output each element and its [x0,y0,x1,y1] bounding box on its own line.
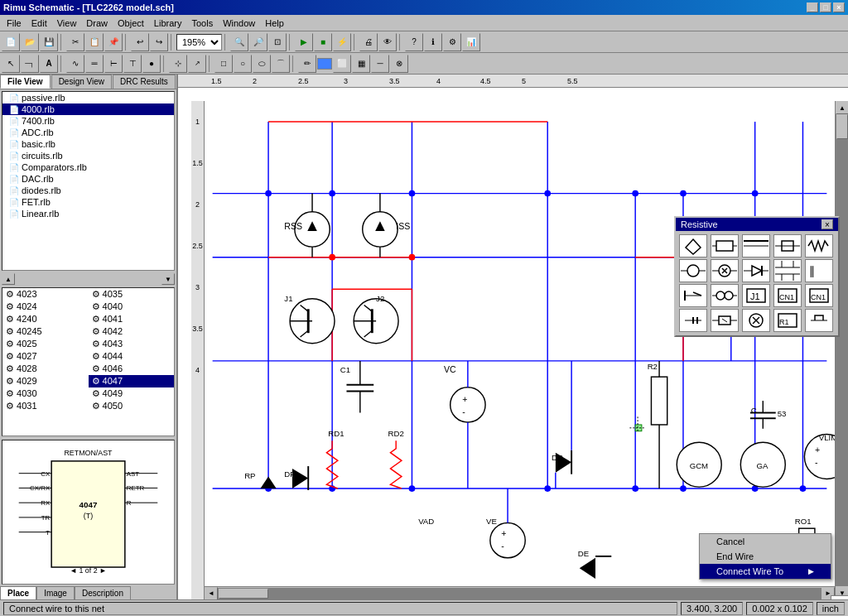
maximize-button[interactable]: □ [820,2,831,12]
palette-item-10[interactable]: ∥ [805,259,833,282]
scroll-up-button[interactable]: ▲ [836,101,848,114]
draw-btn1[interactable]: ⊹ [169,55,187,73]
line-button[interactable]: ─ [371,55,389,73]
menu-tools[interactable]: Tools [186,17,218,30]
comp-40245[interactable]: ⚙ 40245 [2,325,89,338]
component-button[interactable]: ⚡ [333,33,351,51]
comp-4050[interactable]: ⚙ 4050 [89,400,175,412]
comp-4028[interactable]: ⚙ 4028 [2,363,89,375]
circle-button[interactable]: ○ [234,55,252,73]
scroll-left-button[interactable]: ◄ [205,587,218,600]
ctx-cancel[interactable]: Cancel [700,534,831,549]
palette-item-16[interactable] [679,309,707,332]
redo-button[interactable]: ↪ [150,33,168,51]
ellipse-button[interactable]: ⬭ [253,55,271,73]
palette-item-14[interactable]: CN1 [773,284,802,307]
menu-library[interactable]: Library [149,17,187,30]
arc-button[interactable]: ⌒ [272,55,290,73]
wave-button[interactable]: ∿ [66,55,84,73]
palette-item-13[interactable]: J1 [742,284,770,307]
pencil-button[interactable]: ✏ [298,55,316,73]
zoom-fit-button[interactable]: ⊡ [268,33,287,51]
scroll-h-track[interactable] [218,588,822,599]
tree-up-button[interactable]: ▲ [2,273,15,285]
comp-4040[interactable]: ⚙ 4040 [89,301,175,313]
tree-down-button[interactable]: ▼ [161,273,175,285]
tree-circuits[interactable]: 📄 circuits.rlb [2,150,174,161]
ctx-connect-wire[interactable]: Connect Wire To ▶ Net... GND AGND +5v +1… [700,564,831,579]
stop-button[interactable]: ■ [314,33,332,51]
help-button[interactable]: ? [405,33,423,51]
tab-place[interactable]: Place [0,586,36,599]
comp-4024[interactable]: ⚙ 4024 [2,301,89,313]
tree-7400[interactable]: 📄 7400.rlb [2,115,174,127]
print-prev-button[interactable]: 👁 [378,33,397,51]
select-button[interactable]: ↖ [2,55,20,73]
comp-4029[interactable]: ⚙ 4029 [2,375,89,387]
comp-4025[interactable]: ⚙ 4025 [2,338,89,350]
info-button[interactable]: ℹ [424,33,442,51]
draw-btn2[interactable]: ↗ [188,55,206,73]
ctx-sub-net[interactable]: Net... [831,596,848,599]
palette-item-12[interactable] [711,284,739,307]
cut-button[interactable]: ✂ [66,33,84,51]
rect-button[interactable]: □ [214,55,233,73]
menu-draw[interactable]: Draw [81,17,113,30]
palette-item-4[interactable] [773,234,802,257]
palette-item-17[interactable] [711,309,739,332]
comp-4240[interactable]: ⚙ 4240 [2,313,89,325]
tree-comparators[interactable]: 📄 Comparators.rlb [2,161,174,173]
scroll-v-thumb[interactable] [836,114,848,139]
minimize-button[interactable]: _ [807,2,818,12]
copy-button[interactable]: 📋 [85,33,104,51]
tab-drc-results[interactable]: DRC Results [113,75,176,89]
print-button[interactable]: 🖨 [359,33,378,51]
tree-basic[interactable]: 📄 basic.rlb [2,138,174,150]
net-button[interactable]: ⊤ [123,55,142,73]
color-button[interactable] [317,58,332,70]
undo-button[interactable]: ↩ [131,33,149,51]
text-button[interactable]: A [40,55,58,73]
menu-window[interactable]: Window [218,17,260,30]
palette-item-18[interactable] [742,309,770,332]
palette-item-1[interactable] [679,234,707,257]
extra-draw-btn[interactable]: ⊗ [390,55,408,73]
ctx-end-wire[interactable]: End Wire [700,549,831,564]
tab-file-view[interactable]: File View [0,75,51,89]
extra-button[interactable]: ⚙ [443,33,461,51]
eraser-button[interactable]: ⬜ [333,55,351,73]
comp-4041[interactable]: ⚙ 4041 [89,313,175,325]
tab-description[interactable]: Description [75,586,131,599]
save-button[interactable]: 💾 [40,33,58,51]
comp-4046[interactable]: ⚙ 4046 [89,363,175,375]
menu-help[interactable]: Help [260,17,289,30]
tree-dac[interactable]: 📄 DAC.rlb [2,173,174,185]
fill-button[interactable]: ▦ [352,55,370,73]
scroll-v-track[interactable] [836,114,848,586]
tree-passive[interactable]: 📄 passive.rlb [2,92,174,103]
palette-item-19[interactable]: R1 [773,309,802,332]
palette-item-20[interactable] [805,309,833,332]
palette-item-8[interactable] [742,259,770,282]
zoom-combo[interactable]: 195% 100% 150% 200% [176,34,222,51]
wire-button[interactable]: ─┐ [21,55,39,73]
run-button[interactable]: ▶ [295,33,313,51]
comp-4030[interactable]: ⚙ 4030 [2,387,89,400]
tree-fet[interactable]: 📄 FET.rlb [2,196,174,208]
menu-object[interactable]: Object [113,17,149,30]
comp-4031[interactable]: ⚙ 4031 [2,400,89,412]
menu-file[interactable]: File [2,17,26,30]
tree-diodes[interactable]: 📄 diodes.rlb [2,185,174,196]
comp-4043[interactable]: ⚙ 4043 [89,338,175,350]
palette-item-3[interactable] [742,234,770,257]
zoom-out-button[interactable]: 🔎 [249,33,267,51]
tab-image[interactable]: Image [36,586,75,599]
paste-button[interactable]: 📌 [104,33,123,51]
tree-adc[interactable]: 📄 ADC.rlb [2,127,174,138]
palette-item-7[interactable] [711,259,739,282]
bus-button[interactable]: ═ [85,55,104,73]
palette-item-11[interactable] [679,284,707,307]
menu-edit[interactable]: Edit [26,17,52,30]
comp-4023[interactable]: ⚙ 4023 [2,288,89,301]
palette-item-6[interactable] [679,259,707,282]
